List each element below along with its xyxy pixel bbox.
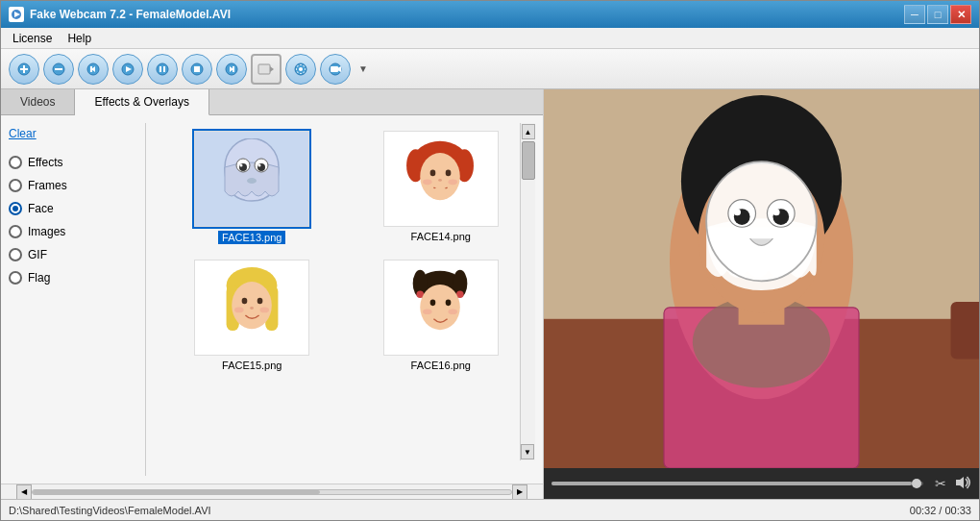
thumbnail-face13[interactable]: FACE13.png [161,127,343,248]
filter-face-label: Face [28,202,54,215]
svg-marker-21 [270,66,274,72]
svg-point-52 [259,307,268,312]
tabs: Videos Effects & Overlays [1,89,543,115]
main-window: Fake Webcam 7.2 - FemaleModel.AVI ─ □ ✕ … [0,0,980,521]
right-panel: ✂ [544,89,979,499]
record-button[interactable] [251,54,282,85]
vertical-divider [145,123,146,476]
svg-point-42 [449,179,457,185]
svg-rect-25 [331,66,338,72]
filter-gif-label: GIF [28,248,47,261]
progress-fill [551,482,912,485]
main-content: Videos Effects & Overlays Clear Effects [1,89,979,499]
settings-button[interactable] [285,54,316,85]
thumbnail-face16[interactable]: FACE16.png [351,256,532,375]
radio-frames[interactable] [9,179,22,192]
svg-rect-81 [951,302,980,360]
maximize-button[interactable]: □ [927,5,948,24]
window-title: Fake Webcam 7.2 - FemaleModel.AVI [30,8,231,21]
menu-help[interactable]: Help [60,30,99,47]
filter-effects-label: Effects [28,156,62,169]
status-time: 00:32 / 00:33 [910,505,971,516]
minimize-button[interactable]: ─ [904,5,925,24]
filter-images-label: Images [28,225,65,238]
svg-point-34 [247,178,257,184]
radio-gif[interactable] [9,248,22,261]
svg-point-48 [232,282,272,329]
radio-effects[interactable] [9,156,22,169]
left-panel: Videos Effects & Overlays Clear Effects [1,89,544,499]
scissors-icon[interactable]: ✂ [935,476,946,491]
svg-point-80 [772,209,779,215]
status-path: D:\Shared\TestingVideos\FemaleModel.AVI [9,505,211,516]
scroll-down-button[interactable]: ▼ [521,444,534,459]
filter-images[interactable]: Images [9,225,134,238]
thumbnail-face14[interactable]: FACE14.png [351,127,532,248]
progress-thumb[interactable] [912,479,921,488]
filter-frames[interactable]: Frames [9,179,134,192]
radio-face[interactable] [9,202,22,215]
svg-point-32 [239,163,242,166]
thumb-label-face13: FACE13.png [218,231,285,244]
thumbnails-area: FACE13.png [158,123,535,476]
thumbnails-scroll[interactable]: FACE13.png [158,123,535,476]
thumb-label-face15: FACE15.png [222,360,282,371]
filter-flag[interactable]: Flag [9,271,134,285]
thumbnail-face15[interactable]: FACE15.png [161,256,343,375]
remove-button[interactable] [43,54,74,85]
scroll-thumb[interactable] [522,141,535,180]
svg-rect-20 [258,64,270,74]
vertical-scrollbar[interactable]: ▲ ▼ [520,123,535,460]
scroll-up-button[interactable]: ▲ [522,124,535,139]
title-bar: Fake Webcam 7.2 - FemaleModel.AVI ─ □ ✕ [1,1,979,28]
menu-bar: License Help [1,28,979,49]
close-button[interactable]: ✕ [950,5,971,24]
forward-button[interactable] [216,54,247,85]
radio-images[interactable] [9,225,22,238]
thumb-label-face16: FACE16.png [411,360,471,371]
svg-marker-82 [956,477,964,488]
svg-point-51 [234,307,243,312]
menu-license[interactable]: License [5,30,60,47]
svg-point-43 [438,179,442,182]
filter-panel: Clear Effects Frames Face [9,123,134,476]
svg-point-59 [421,284,461,329]
video-source-button[interactable] [320,54,351,85]
thumb-img-face16 [383,260,499,356]
svg-point-62 [423,309,431,314]
filter-effects[interactable]: Effects [9,156,134,169]
tab-videos[interactable]: Videos [1,89,75,114]
toolbar-dropdown-arrow[interactable]: ▼ [355,54,372,85]
video-area [544,89,979,468]
add-button[interactable] [9,54,39,85]
filter-frames-label: Frames [28,179,67,192]
pause-button[interactable] [147,54,178,85]
filter-radio-group: Effects Frames Face Images [9,156,134,285]
back-to-start-button[interactable] [78,54,109,85]
status-bar: D:\Shared\TestingVideos\FemaleModel.AVI … [1,499,979,520]
h-scroll-track[interactable] [32,489,512,495]
svg-point-44 [431,187,450,198]
clear-link[interactable]: Clear [9,127,134,140]
svg-point-39 [430,169,436,176]
filter-gif[interactable]: GIF [9,248,134,261]
progress-bar[interactable] [551,482,923,485]
h-scroll-thumb[interactable] [33,490,320,494]
h-scroll-right-button[interactable]: ▶ [512,484,527,500]
play-button[interactable] [112,54,143,85]
volume-button[interactable] [954,475,971,493]
tab-effects-overlays[interactable]: Effects & Overlays [75,89,208,115]
stop-button[interactable] [182,54,212,85]
svg-rect-19 [233,66,234,72]
title-bar-controls: ─ □ ✕ [904,5,971,24]
horizontal-scrollbar: ◀ ▶ [1,484,543,499]
radio-flag[interactable] [9,271,22,285]
svg-point-40 [446,169,452,176]
filter-face[interactable]: Face [9,202,134,215]
svg-point-53 [250,307,254,310]
svg-point-79 [734,209,741,215]
h-scroll-left-button[interactable]: ◀ [16,484,32,500]
svg-rect-14 [163,66,165,72]
svg-point-60 [430,299,436,306]
video-frame [544,89,979,468]
